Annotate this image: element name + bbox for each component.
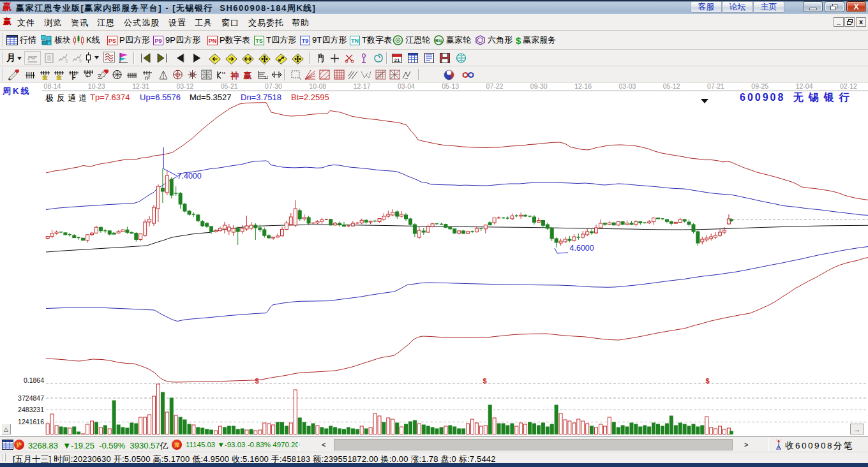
svg-text:05-12: 05-12 [663,82,680,90]
svg-text:12-04: 12-04 [796,82,813,90]
svg-text:05-21: 05-21 [221,82,238,90]
svg-text:07-21: 07-21 [707,82,724,90]
svg-text:4.6000: 4.6000 [570,244,594,253]
svg-text:$: $ [483,377,486,385]
svg-text:1241616: 1241616 [18,418,44,426]
svg-text:12-16: 12-16 [574,82,592,90]
svg-text:10-23: 10-23 [88,82,105,90]
svg-text:12-31: 12-31 [132,82,149,90]
svg-text:08-14: 08-14 [44,82,61,90]
svg-text:03-04: 03-04 [398,82,415,90]
svg-text:$: $ [255,377,258,385]
svg-text:$: $ [705,377,709,385]
svg-text:12-17: 12-17 [354,82,371,90]
svg-text:07-22: 07-22 [486,82,504,90]
svg-text:0.1864: 0.1864 [24,376,44,384]
svg-text:02-12: 02-12 [840,82,857,90]
svg-text:09-30: 09-30 [530,82,548,90]
svg-text:09-25: 09-25 [751,82,768,90]
svg-text:2483231: 2483231 [18,406,44,413]
svg-text:07-30: 07-30 [265,82,282,90]
svg-text:03-12: 03-12 [176,82,193,90]
svg-text:05-13: 05-13 [442,82,459,90]
svg-text:03-03: 03-03 [618,82,636,90]
svg-text:3724847: 3724847 [18,394,44,402]
svg-text:10-08: 10-08 [309,82,326,90]
svg-text:7.4000: 7.4000 [177,172,202,181]
